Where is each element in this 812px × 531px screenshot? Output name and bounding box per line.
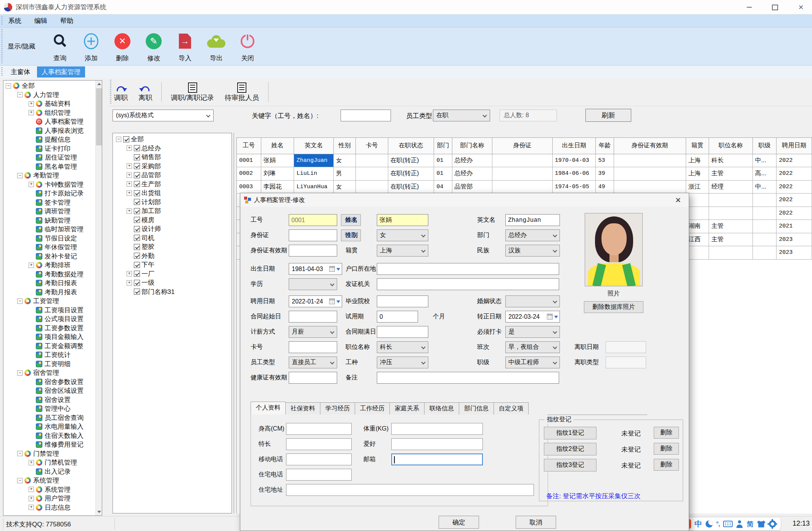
dept-item-加工部[interactable]: +加工部 <box>113 207 232 216</box>
collapse-icon[interactable]: − <box>17 173 23 178</box>
cell[interactable]: 在职(转正) <box>388 167 434 181</box>
menu-item-帮助[interactable]: 帮助 <box>60 16 73 25</box>
cell[interactable]: 男 <box>334 167 356 181</box>
cell[interactable] <box>614 180 686 194</box>
action-调职[interactable]: 调职 <box>109 80 133 104</box>
sidebar-item-工资项目设置[interactable]: 工资项目设置 <box>3 306 95 315</box>
column-header-部门[interactable]: 部门 <box>434 138 452 154</box>
sidebar-item-打卡原始记录[interactable]: 打卡原始记录 <box>3 189 95 198</box>
gear-icon[interactable] <box>769 520 776 528</box>
dept-item-模房[interactable]: 模房 <box>113 216 232 225</box>
cell[interactable]: 李园花 <box>261 180 294 194</box>
sidebar-item-人事档案管理[interactable]: 人事档案管理 <box>3 117 95 126</box>
cell[interactable]: 品管部 <box>452 180 492 194</box>
cell[interactable]: 刘琳 <box>261 167 294 181</box>
cell[interactable] <box>686 207 709 220</box>
dept-item-出货组[interactable]: +出货组 <box>113 189 232 198</box>
tab-人事档案管理[interactable]: 人事档案管理 <box>37 66 85 77</box>
cell[interactable]: 科长 <box>709 154 753 167</box>
dept-item-下午[interactable]: 下午 <box>113 260 232 270</box>
cell[interactable]: 2022 <box>777 194 812 207</box>
cell[interactable]: 女 <box>334 180 356 194</box>
expand-icon[interactable]: + <box>127 208 132 214</box>
sidebar-item-考勤数据处理[interactable]: 考勤数据处理 <box>3 270 95 279</box>
checkbox-checked-icon[interactable] <box>134 289 140 295</box>
checkbox-checked-icon[interactable] <box>134 154 140 160</box>
cell[interactable] <box>709 246 753 260</box>
cell[interactable] <box>686 246 709 260</box>
dept-item-司机[interactable]: 司机 <box>113 234 232 243</box>
expand-icon[interactable]: + <box>29 460 34 465</box>
cell[interactable]: 53 <box>596 154 614 167</box>
toolbar-button-修改[interactable]: 修改 <box>138 29 169 64</box>
checkbox-checked-icon[interactable] <box>134 244 140 250</box>
sidebar-item-维修费用登记[interactable]: 维修费用登记 <box>3 440 95 449</box>
detail-tab-社保资料[interactable]: 社保资料 <box>285 402 320 415</box>
cell[interactable]: 上海 <box>686 167 709 181</box>
minimize-icon[interactable] <box>743 2 755 12</box>
cell[interactable]: 中... <box>753 154 776 167</box>
issuing-authority-field[interactable] <box>377 278 559 290</box>
detail-tab-联络信息[interactable]: 联络信息 <box>424 402 459 415</box>
chinese-mode-icon[interactable]: 中 <box>695 519 702 529</box>
detail-tab-自定义项[interactable]: 自定义项 <box>494 402 529 415</box>
home-phone-field[interactable] <box>286 469 352 481</box>
expand-icon[interactable]: + <box>29 101 34 107</box>
collapse-icon[interactable]: − <box>17 478 23 483</box>
sidebar-item-临时加班管理[interactable]: 临时加班管理 <box>3 225 95 234</box>
column-header-在职状态[interactable]: 在职状态 <box>388 138 434 154</box>
cell[interactable] <box>753 233 776 246</box>
cell[interactable] <box>492 167 552 181</box>
format-select[interactable]: (sys)系统格式 <box>113 110 214 121</box>
cell[interactable]: 浙江 <box>686 180 709 194</box>
collapse-icon[interactable]: − <box>17 370 23 376</box>
sidebar-item-工资管理[interactable]: −工资管理 <box>3 297 95 306</box>
sidebar-item-宿舍管理[interactable]: −宿舍管理 <box>3 368 95 378</box>
column-header-职级[interactable]: 职级 <box>753 138 776 154</box>
cell[interactable]: 湖南 <box>686 220 709 233</box>
checkbox-checked-icon[interactable] <box>134 253 140 259</box>
dept-item-销售部[interactable]: 销售部 <box>113 153 232 162</box>
cell[interactable]: 总经办 <box>452 154 492 167</box>
remark-field[interactable] <box>377 372 559 384</box>
sidebar-item-证卡打印[interactable]: 证卡打印 <box>3 144 95 153</box>
height-field[interactable] <box>286 423 352 435</box>
health-cert-field[interactable] <box>289 372 337 384</box>
checkbox-checked-icon[interactable] <box>134 226 140 232</box>
expand-icon[interactable]: + <box>127 271 132 276</box>
cancel-button[interactable]: 取消 <box>516 516 556 529</box>
collapse-icon[interactable]: − <box>6 83 11 89</box>
close-icon[interactable]: ✕ <box>795 2 807 12</box>
checkbox-checked-icon[interactable] <box>134 145 140 151</box>
toolbar-button-导出[interactable]: 导出 <box>201 29 232 64</box>
native-place-select[interactable]: 上海 <box>377 245 428 257</box>
weight-field[interactable] <box>391 423 483 435</box>
column-header-工号[interactable]: 工号 <box>237 138 261 154</box>
column-header-出生日期[interactable]: 出生日期 <box>552 138 596 154</box>
keyboard-icon[interactable] <box>723 521 733 527</box>
address-field[interactable] <box>286 484 534 496</box>
cell[interactable]: 江西 <box>686 233 709 246</box>
sidebar-item-年休假管理[interactable]: 年休假管理 <box>3 243 95 252</box>
school-field[interactable] <box>377 295 428 307</box>
cell[interactable] <box>686 194 709 207</box>
cell[interactable]: 2022 <box>777 154 812 167</box>
toolbar-button-导入[interactable]: 导入 <box>169 29 201 64</box>
regular-date-picker[interactable]: 2022-03-24 <box>505 311 560 323</box>
detail-tab-学习经历[interactable]: 学习经历 <box>320 402 355 415</box>
toolbar-button-删除[interactable]: 删除 <box>107 29 138 64</box>
checkbox-checked-icon[interactable] <box>123 136 129 142</box>
fingerprint-register-button-2[interactable]: 指纹2登记 <box>544 443 597 455</box>
column-header-聘用日期[interactable]: 聘用日期 <box>777 138 812 154</box>
card-number-field[interactable] <box>289 341 337 353</box>
sidebar-item-工资统计[interactable]: 工资统计 <box>3 350 95 360</box>
refresh-button[interactable]: 刷新 <box>585 109 631 122</box>
checkbox-checked-icon[interactable] <box>134 262 140 268</box>
dept-item-一级[interactable]: +一级 <box>113 278 232 287</box>
dept-item-生产部[interactable]: +生产部 <box>113 180 232 189</box>
sidebar-item-公式项目设置[interactable]: 公式项目设置 <box>3 315 95 324</box>
cell[interactable]: 0001 <box>237 154 261 167</box>
table-row[interactable]: 0001张娟ZhangJuan女在职(转正)01总经办1970-04-0353上… <box>237 154 812 167</box>
rank-select[interactable]: 中级工程师 <box>505 357 560 368</box>
dept-item-计划部[interactable]: 计划部 <box>113 198 232 207</box>
